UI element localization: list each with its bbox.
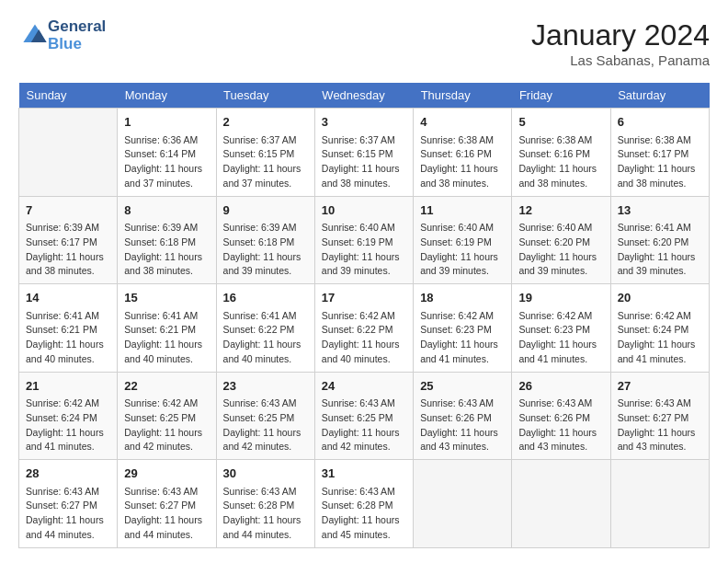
cell-content: Sunrise: 6:40 AMSunset: 6:19 PMDaylight:… xyxy=(322,221,406,279)
day-number: 12 xyxy=(518,201,603,220)
day-number: 9 xyxy=(223,201,308,220)
cell-content: Sunrise: 6:38 AMSunset: 6:16 PMDaylight:… xyxy=(420,133,505,191)
day-number: 4 xyxy=(420,113,505,132)
cell-content: Sunrise: 6:41 AMSunset: 6:21 PMDaylight:… xyxy=(26,309,110,367)
cell-content: Sunrise: 6:43 AMSunset: 6:26 PMDaylight:… xyxy=(518,396,603,454)
cell-content: Sunrise: 6:42 AMSunset: 6:24 PMDaylight:… xyxy=(26,396,110,454)
day-number: 31 xyxy=(322,465,406,483)
cell-content: Sunrise: 6:37 AMSunset: 6:15 PMDaylight:… xyxy=(322,133,406,191)
calendar-cell: 26Sunrise: 6:43 AMSunset: 6:26 PMDayligh… xyxy=(512,372,610,460)
day-number: 20 xyxy=(618,289,702,307)
cell-content: Sunrise: 6:38 AMSunset: 6:16 PMDaylight:… xyxy=(518,133,603,191)
calendar-cell: 15Sunrise: 6:41 AMSunset: 6:21 PMDayligh… xyxy=(118,284,216,373)
cell-content: Sunrise: 6:41 AMSunset: 6:22 PMDaylight:… xyxy=(223,309,308,367)
calendar-cell: 20Sunrise: 6:42 AMSunset: 6:24 PMDayligh… xyxy=(610,284,709,373)
cell-content: Sunrise: 6:40 AMSunset: 6:19 PMDaylight:… xyxy=(420,221,505,279)
day-number: 30 xyxy=(223,465,308,483)
calendar-cell: 2Sunrise: 6:37 AMSunset: 6:15 PMDaylight… xyxy=(216,109,314,197)
cell-content: Sunrise: 6:39 AMSunset: 6:17 PMDaylight:… xyxy=(26,221,110,279)
logo-icon xyxy=(22,23,48,49)
cell-content: Sunrise: 6:43 AMSunset: 6:26 PMDaylight:… xyxy=(420,396,505,454)
cell-content: Sunrise: 6:43 AMSunset: 6:27 PMDaylight:… xyxy=(124,485,209,543)
day-number: 11 xyxy=(420,201,505,220)
day-number: 23 xyxy=(223,377,308,396)
logo: General Blue xyxy=(18,18,106,52)
calendar-week-row: 14Sunrise: 6:41 AMSunset: 6:21 PMDayligh… xyxy=(19,284,710,373)
calendar-cell: 24Sunrise: 6:43 AMSunset: 6:25 PMDayligh… xyxy=(314,372,413,460)
calendar-table: SundayMondayTuesdayWednesdayThursdayFrid… xyxy=(18,83,710,548)
month-year-title: January 2024 xyxy=(531,18,710,52)
cell-content: Sunrise: 6:38 AMSunset: 6:17 PMDaylight:… xyxy=(618,133,702,191)
cell-content: Sunrise: 6:40 AMSunset: 6:20 PMDaylight:… xyxy=(518,221,603,279)
day-number: 10 xyxy=(322,201,406,220)
day-number: 8 xyxy=(124,201,209,220)
cell-content: Sunrise: 6:36 AMSunset: 6:14 PMDaylight:… xyxy=(124,133,209,191)
day-of-week-header: Tuesday xyxy=(216,83,314,109)
cell-content: Sunrise: 6:43 AMSunset: 6:27 PMDaylight:… xyxy=(26,485,110,543)
calendar-header-row: SundayMondayTuesdayWednesdayThursdayFrid… xyxy=(19,83,710,109)
day-of-week-header: Wednesday xyxy=(314,83,413,109)
calendar-cell: 27Sunrise: 6:43 AMSunset: 6:27 PMDayligh… xyxy=(610,372,709,460)
logo-blue: Blue xyxy=(48,36,106,53)
day-number: 19 xyxy=(518,289,603,307)
calendar-cell: 7Sunrise: 6:39 AMSunset: 6:17 PMDaylight… xyxy=(19,196,118,284)
calendar-cell: 1Sunrise: 6:36 AMSunset: 6:14 PMDaylight… xyxy=(118,109,216,197)
calendar-cell xyxy=(414,460,512,548)
cell-content: Sunrise: 6:41 AMSunset: 6:21 PMDaylight:… xyxy=(124,309,209,367)
calendar-cell: 23Sunrise: 6:43 AMSunset: 6:25 PMDayligh… xyxy=(216,372,314,460)
calendar-cell: 5Sunrise: 6:38 AMSunset: 6:16 PMDaylight… xyxy=(512,109,610,197)
day-number: 14 xyxy=(26,289,110,307)
calendar-cell: 8Sunrise: 6:39 AMSunset: 6:18 PMDaylight… xyxy=(118,196,216,284)
day-number: 6 xyxy=(618,113,702,132)
day-number: 2 xyxy=(223,113,308,132)
day-number: 27 xyxy=(618,377,702,396)
calendar-cell: 21Sunrise: 6:42 AMSunset: 6:24 PMDayligh… xyxy=(19,372,118,460)
day-number: 13 xyxy=(618,201,702,220)
day-number: 24 xyxy=(322,377,406,396)
logo-general: General xyxy=(48,18,106,36)
location-subtitle: Las Sabanas, Panama xyxy=(531,52,710,68)
calendar-cell: 31Sunrise: 6:43 AMSunset: 6:28 PMDayligh… xyxy=(314,460,413,548)
calendar-cell: 18Sunrise: 6:42 AMSunset: 6:23 PMDayligh… xyxy=(414,284,512,373)
day-number: 25 xyxy=(420,377,505,396)
day-of-week-header: Friday xyxy=(512,83,610,109)
calendar-cell xyxy=(610,460,709,548)
cell-content: Sunrise: 6:42 AMSunset: 6:24 PMDaylight:… xyxy=(618,309,702,367)
calendar-cell: 14Sunrise: 6:41 AMSunset: 6:21 PMDayligh… xyxy=(19,284,118,373)
cell-content: Sunrise: 6:43 AMSunset: 6:28 PMDaylight:… xyxy=(223,485,308,543)
day-number: 22 xyxy=(124,377,209,396)
cell-content: Sunrise: 6:43 AMSunset: 6:28 PMDaylight:… xyxy=(322,485,406,543)
day-of-week-header: Thursday xyxy=(414,83,512,109)
cell-content: Sunrise: 6:41 AMSunset: 6:20 PMDaylight:… xyxy=(618,221,702,279)
cell-content: Sunrise: 6:43 AMSunset: 6:27 PMDaylight:… xyxy=(618,396,702,454)
calendar-cell: 10Sunrise: 6:40 AMSunset: 6:19 PMDayligh… xyxy=(314,196,413,284)
day-number: 18 xyxy=(420,289,505,307)
cell-content: Sunrise: 6:42 AMSunset: 6:23 PMDaylight:… xyxy=(518,309,603,367)
calendar-cell: 17Sunrise: 6:42 AMSunset: 6:22 PMDayligh… xyxy=(314,284,413,373)
day-number: 16 xyxy=(223,289,308,307)
calendar-cell: 19Sunrise: 6:42 AMSunset: 6:23 PMDayligh… xyxy=(512,284,610,373)
day-number: 3 xyxy=(322,113,406,132)
calendar-cell: 22Sunrise: 6:42 AMSunset: 6:25 PMDayligh… xyxy=(118,372,216,460)
calendar-cell: 30Sunrise: 6:43 AMSunset: 6:28 PMDayligh… xyxy=(216,460,314,548)
cell-content: Sunrise: 6:39 AMSunset: 6:18 PMDaylight:… xyxy=(223,221,308,279)
calendar-cell: 9Sunrise: 6:39 AMSunset: 6:18 PMDaylight… xyxy=(216,196,314,284)
cell-content: Sunrise: 6:42 AMSunset: 6:23 PMDaylight:… xyxy=(420,309,505,367)
calendar-cell xyxy=(19,109,118,197)
day-number: 1 xyxy=(124,113,209,132)
day-number: 21 xyxy=(26,377,110,396)
cell-content: Sunrise: 6:39 AMSunset: 6:18 PMDaylight:… xyxy=(124,221,209,279)
day-number: 28 xyxy=(26,465,110,483)
cell-content: Sunrise: 6:42 AMSunset: 6:22 PMDaylight:… xyxy=(322,309,406,367)
cell-content: Sunrise: 6:43 AMSunset: 6:25 PMDaylight:… xyxy=(322,396,406,454)
cell-content: Sunrise: 6:42 AMSunset: 6:25 PMDaylight:… xyxy=(124,396,209,454)
calendar-week-row: 21Sunrise: 6:42 AMSunset: 6:24 PMDayligh… xyxy=(19,372,710,460)
day-of-week-header: Monday xyxy=(118,83,216,109)
calendar-week-row: 1Sunrise: 6:36 AMSunset: 6:14 PMDaylight… xyxy=(19,109,710,197)
day-number: 26 xyxy=(518,377,603,396)
calendar-cell: 4Sunrise: 6:38 AMSunset: 6:16 PMDaylight… xyxy=(414,109,512,197)
day-number: 17 xyxy=(322,289,406,307)
page-header: General Blue January 2024 Las Sabanas, P… xyxy=(18,18,710,68)
calendar-week-row: 7Sunrise: 6:39 AMSunset: 6:17 PMDaylight… xyxy=(19,196,710,284)
calendar-cell: 6Sunrise: 6:38 AMSunset: 6:17 PMDaylight… xyxy=(610,109,709,197)
